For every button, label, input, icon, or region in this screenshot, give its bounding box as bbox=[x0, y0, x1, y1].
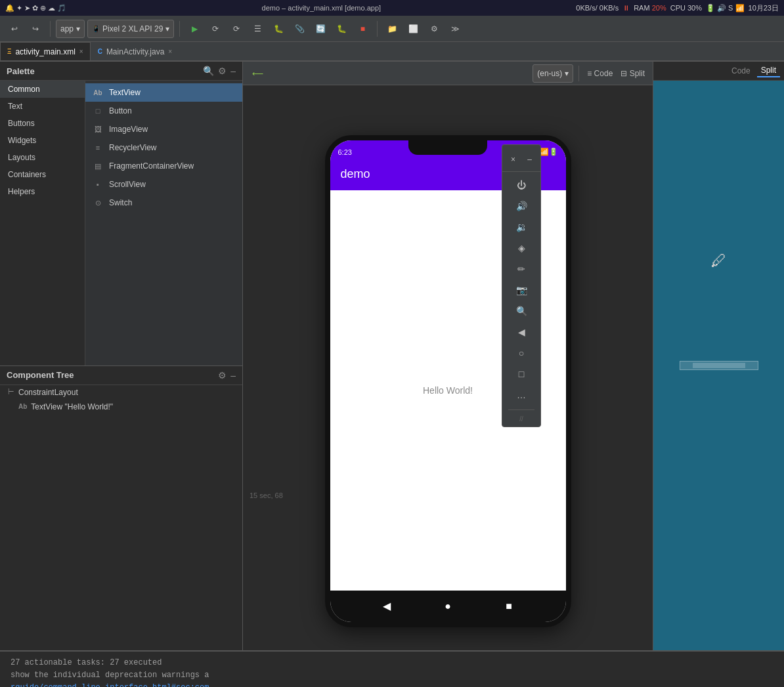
toolbar-separator-2 bbox=[179, 21, 180, 37]
main-toolbar: ↩ ↪ app ▾ 📱 Pixel 2 XL API 29 ▾ ▶ ⟳ ⟳ ☰ … bbox=[0, 16, 784, 42]
emulator-recent-button[interactable]: □ bbox=[511, 364, 532, 385]
palette-category-containers[interactable]: Containers bbox=[0, 166, 85, 183]
device-dropdown[interactable]: 📱 Pixel 2 XL API 29 ▾ bbox=[87, 20, 174, 38]
attach-button[interactable]: 📎 bbox=[290, 20, 309, 38]
phone-recent-nav[interactable]: ■ bbox=[501, 598, 517, 614]
textview-icon: Ab bbox=[92, 87, 104, 98]
phone-home-nav[interactable]: ● bbox=[440, 598, 456, 614]
tab-mainactivity-java[interactable]: C MainActivity.java × bbox=[91, 42, 180, 60]
palette-minimize-button[interactable]: – bbox=[230, 66, 236, 76]
emulator-panel: × – ⏻ 🔊 🔉 ◈ ✏ 📷 🔍 ◀ ○ □ … // bbox=[502, 144, 541, 427]
tab-java-label: MainActivity.java bbox=[106, 47, 164, 56]
palette-item-button[interactable]: □ Button bbox=[85, 102, 242, 120]
palette-item-imageview[interactable]: 🖼 ImageView bbox=[85, 120, 242, 138]
design-preview: 🖊 bbox=[653, 81, 784, 650]
phone-time: 6:23 bbox=[338, 148, 352, 156]
tree-item-textview[interactable]: Ab TextView "Hello World!" bbox=[0, 400, 242, 414]
tab-activity-main-xml[interactable]: Ξ activity_main.xml × bbox=[0, 42, 91, 60]
palette-category-layouts[interactable]: Layouts bbox=[0, 149, 85, 166]
tree-textview-icon: Ab bbox=[18, 403, 27, 410]
more-button[interactable]: ≫ bbox=[446, 20, 464, 38]
palette-category-helpers[interactable]: Helpers bbox=[0, 183, 85, 200]
phone-nav-bar: ◀ ● ■ bbox=[330, 591, 566, 622]
preview-widget-inner bbox=[693, 363, 745, 368]
stop-button[interactable]: ■ bbox=[353, 20, 372, 38]
palette-item-textview[interactable]: Ab TextView bbox=[85, 83, 242, 102]
emulator-resize-handle: // bbox=[518, 414, 525, 424]
palette-item-fragmentcontainerview[interactable]: ▤ FragmentContainerView bbox=[85, 157, 242, 175]
tab-xml-close[interactable]: × bbox=[79, 48, 83, 55]
palette-category-buttons[interactable]: Buttons bbox=[0, 115, 85, 132]
run-button[interactable]: ▶ bbox=[185, 20, 204, 38]
emulator-volume-up-button[interactable]: 🔊 bbox=[511, 196, 532, 217]
xml-icon: Ξ bbox=[7, 48, 11, 55]
notification-icons: 🔔 ✦ ➤ ✿ ⊕ ☁ 🎵 bbox=[5, 4, 66, 12]
emulator-volume-down-button[interactable]: 🔉 bbox=[511, 217, 532, 238]
list-button[interactable]: ☰ bbox=[248, 20, 267, 38]
prop-code-button[interactable]: Code bbox=[728, 64, 754, 77]
tab-java-close[interactable]: × bbox=[168, 48, 172, 55]
design-sep bbox=[578, 66, 579, 81]
preview-widget-container bbox=[680, 361, 758, 370]
back-button[interactable]: ↩ bbox=[5, 20, 24, 38]
system-bar-center: demo – activity_main.xml [demo.app] bbox=[262, 4, 381, 12]
code-view-button[interactable]: ≡ Code bbox=[584, 64, 615, 83]
terminal-button[interactable]: ⬜ bbox=[404, 20, 422, 38]
emulator-close-button[interactable]: × bbox=[505, 149, 521, 170]
app-dropdown[interactable]: app ▾ bbox=[56, 20, 85, 38]
locale-dropdown[interactable]: (en-us) ▾ bbox=[533, 64, 573, 83]
forward-button[interactable]: ↪ bbox=[26, 20, 45, 38]
palette-item-imageview-label: ImageView bbox=[109, 125, 148, 134]
emulator-draw-button[interactable]: ✏ bbox=[511, 259, 532, 280]
emulator-back-button[interactable]: ◀ bbox=[511, 322, 532, 343]
palette-item-fragmentcontainerview-label: FragmentContainerView bbox=[109, 161, 194, 171]
palette-items: Ab TextView □ Button 🖼 ImageView ≡ Recyc… bbox=[85, 81, 242, 365]
tree-minimize-button[interactable]: – bbox=[230, 370, 236, 381]
design-back-button[interactable]: ⟵ bbox=[248, 64, 267, 83]
refresh2-button[interactable]: ⟳ bbox=[227, 20, 246, 38]
palette-category-widgets[interactable]: Widgets bbox=[0, 132, 85, 149]
toolbar-separator-1 bbox=[50, 21, 51, 37]
cpu-indicator: CPU 30% bbox=[670, 4, 702, 12]
palette-panel: Palette 🔍 ⚙ – Common Text Buttons Widget… bbox=[0, 62, 243, 650]
emulator-more-button[interactable]: … bbox=[511, 385, 532, 406]
design-toolbar-right: (en-us) ▾ ≡ Code ⊟ Split bbox=[533, 64, 647, 83]
emulator-zoom-button[interactable]: 🔍 bbox=[511, 301, 532, 322]
locale-label: (en-us) bbox=[537, 69, 562, 78]
switch-icon: ⊙ bbox=[92, 197, 104, 209]
palette-item-switch[interactable]: ⊙ Switch bbox=[85, 194, 242, 212]
button-icon: □ bbox=[92, 105, 104, 117]
palette-settings-button[interactable]: ⚙ bbox=[218, 66, 227, 76]
emulator-power-button[interactable]: ⏻ bbox=[511, 175, 532, 196]
bug2-button[interactable]: 🐛 bbox=[332, 20, 351, 38]
sys-icons: 🔋 🔊 S 📶 bbox=[706, 4, 745, 12]
output-line-url: rguide/command_line_interface.html#sec:c… bbox=[11, 682, 773, 687]
bug-button[interactable]: 🐛 bbox=[269, 20, 288, 38]
emulator-camera-button[interactable]: 📷 bbox=[511, 280, 532, 301]
palette-search-button[interactable]: 🔍 bbox=[203, 66, 214, 76]
palette-item-recyclerview[interactable]: ≡ RecyclerView bbox=[85, 138, 242, 157]
recyclerview-icon: ≡ bbox=[92, 142, 104, 154]
palette-category-common[interactable]: Common bbox=[0, 81, 85, 98]
component-tree-title: Component Tree bbox=[7, 370, 74, 380]
sync-button[interactable]: 🔄 bbox=[311, 20, 330, 38]
device-icon: 📱 bbox=[92, 25, 100, 32]
prop-split-button[interactable]: Split bbox=[757, 64, 780, 77]
tree-settings-button[interactable]: ⚙ bbox=[218, 370, 227, 381]
palette-category-text[interactable]: Text bbox=[0, 98, 85, 115]
settings-button[interactable]: ⚙ bbox=[425, 20, 443, 38]
folder-button[interactable]: 📁 bbox=[383, 20, 401, 38]
palette-item-scrollview[interactable]: ▪ ScrollView bbox=[85, 175, 242, 194]
emulator-home-button[interactable]: ○ bbox=[511, 343, 532, 364]
tab-bar: Ξ activity_main.xml × C MainActivity.jav… bbox=[0, 42, 784, 62]
split-view-button[interactable]: ⊟ Split bbox=[618, 64, 647, 83]
preview-widget bbox=[680, 361, 758, 370]
refresh-button[interactable]: ⟳ bbox=[206, 20, 225, 38]
emulator-rotate-button[interactable]: ◈ bbox=[511, 238, 532, 259]
tree-item-constraintlayout[interactable]: ⊢ ConstraintLayout bbox=[0, 385, 242, 400]
phone-back-nav[interactable]: ◀ bbox=[379, 598, 395, 614]
palette-item-scrollview-label: ScrollView bbox=[109, 180, 146, 189]
design-toolbar: ⟵ (en-us) ▾ ≡ Code ⊟ Split bbox=[243, 62, 653, 85]
emulator-minimize-button[interactable]: – bbox=[521, 149, 538, 170]
app-dropdown-chevron: ▾ bbox=[76, 24, 80, 33]
